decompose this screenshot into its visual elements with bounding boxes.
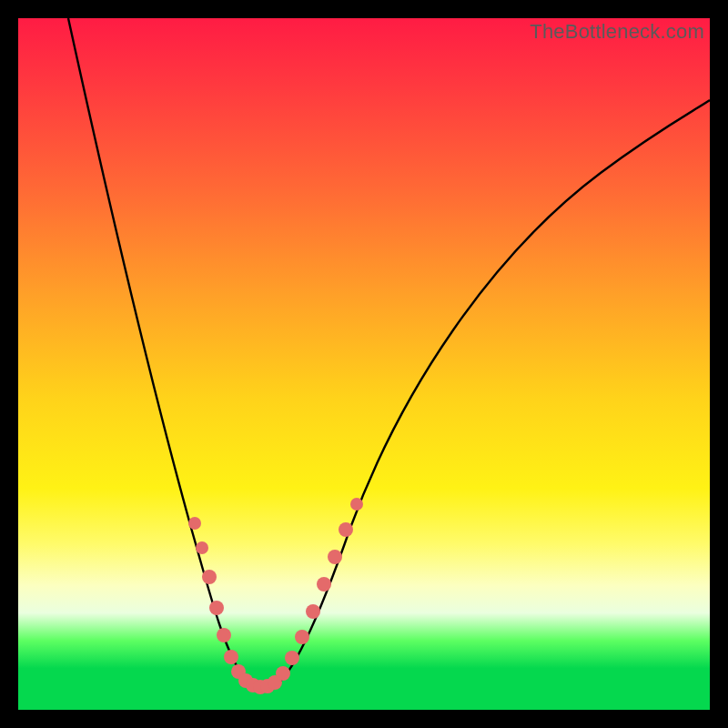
bottleneck-curve-svg bbox=[18, 18, 710, 710]
svg-point-1 bbox=[196, 541, 208, 554]
svg-point-4 bbox=[217, 628, 231, 642]
svg-point-0 bbox=[188, 517, 201, 530]
bottleneck-curve bbox=[68, 18, 710, 689]
svg-point-18 bbox=[339, 522, 353, 537]
highlight-dots bbox=[188, 498, 363, 694]
svg-point-19 bbox=[350, 498, 363, 511]
svg-point-16 bbox=[317, 577, 331, 592]
svg-point-12 bbox=[276, 666, 290, 681]
svg-point-17 bbox=[328, 550, 342, 564]
svg-point-13 bbox=[285, 651, 299, 665]
svg-point-5 bbox=[224, 650, 238, 664]
svg-point-14 bbox=[295, 630, 309, 644]
chart-frame: TheBottleneck.com bbox=[18, 18, 710, 710]
svg-point-15 bbox=[306, 604, 320, 619]
svg-point-2 bbox=[202, 570, 217, 584]
svg-point-3 bbox=[209, 601, 224, 615]
watermark-text: TheBottleneck.com bbox=[530, 20, 704, 44]
